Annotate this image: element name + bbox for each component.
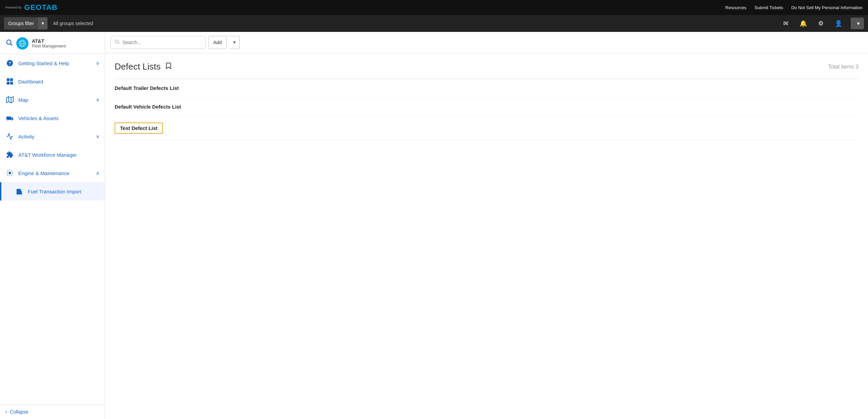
sidebar-search-icon[interactable] xyxy=(5,39,13,48)
sidebar-item-label-map: Map xyxy=(18,97,92,103)
add-dropdown-chevron-icon: ▼ xyxy=(232,40,236,45)
defect-list-item-name-highlighted: Test Defect List xyxy=(115,122,163,134)
activity-icon xyxy=(5,132,14,141)
defect-list-item[interactable]: Default Trailer Defects List xyxy=(115,79,859,98)
sidebar-item-label-vehicles: Vehicles & Assets xyxy=(18,115,99,121)
groups-bar-icons: ✉ 🔔 ⚙ 👤 ▼ xyxy=(780,18,864,29)
groups-filter-dropdown-button[interactable]: ▼ xyxy=(38,17,47,30)
svg-rect-11 xyxy=(10,78,13,81)
groups-filter-label: Groups filter xyxy=(8,21,34,26)
user-icon: 👤 xyxy=(835,20,842,27)
chevron-up-icon-engine: ∧ xyxy=(96,170,99,176)
svg-point-0 xyxy=(7,40,11,44)
dashboard-icon xyxy=(5,77,14,86)
sidebar-brand-subtitle: Fleet Management xyxy=(32,44,66,49)
notifications-bell-button[interactable]: 🔔 xyxy=(798,18,809,29)
svg-line-1 xyxy=(11,44,12,45)
defect-list-container: Default Trailer Defects ListDefault Vehi… xyxy=(115,79,859,140)
sidebar-item-dashboard[interactable]: Dashboard xyxy=(0,72,105,91)
sidebar: AT&T Fleet Management ? Getting Started … xyxy=(0,32,105,419)
sidebar-item-label-workforce: AT&T Workforce Manager xyxy=(18,152,99,158)
sidebar-item-label-engine: Engine & Maintenance xyxy=(18,170,92,176)
fuel-icon xyxy=(15,187,24,196)
geotab-logo: GEOTAB xyxy=(24,3,58,12)
resources-link[interactable]: Resources xyxy=(725,5,746,10)
bell-icon: 🔔 xyxy=(800,20,807,27)
bookmark-icon[interactable] xyxy=(165,62,172,72)
defect-list-item[interactable]: Default Vehicle Defects List xyxy=(115,98,859,116)
sidebar-nav: ? Getting Started & Help ∨ Dashboard xyxy=(0,54,105,404)
collapse-arrow-icon: ‹ xyxy=(5,409,7,415)
groups-selected-text: All groups selected xyxy=(53,21,93,26)
groups-filter-button[interactable]: Groups filter xyxy=(4,17,38,30)
sidebar-item-activity[interactable]: Activity ∨ xyxy=(0,127,105,146)
user-profile-button[interactable]: 👤 xyxy=(833,18,844,29)
defect-list-item-name: Default Trailer Defects List xyxy=(115,85,179,91)
map-icon xyxy=(5,95,14,104)
content-main: Defect Lists Total items 3 Default Trail… xyxy=(105,53,868,419)
search-icon xyxy=(114,39,120,46)
sidebar-item-fuel-transaction[interactable]: Fuel Transaction Import xyxy=(0,182,105,201)
sidebar-item-label-dashboard: Dashboard xyxy=(18,79,99,84)
mail-icon: ✉ xyxy=(783,20,788,27)
groups-bar: Groups filter ▼ All groups selected ✉ 🔔 … xyxy=(0,15,868,32)
sidebar-item-getting-started[interactable]: ? Getting Started & Help ∨ xyxy=(0,54,105,72)
powered-by-text: Powered by xyxy=(5,6,22,9)
svg-marker-14 xyxy=(6,97,13,103)
sidebar-item-map[interactable]: Map ∨ xyxy=(0,91,105,109)
att-logo xyxy=(16,37,28,50)
top-nav-bar: Powered by GEOTAB Resources Submit Ticke… xyxy=(0,0,868,15)
collapse-label: Collapse xyxy=(10,409,28,415)
sidebar-brand: AT&T Fleet Management xyxy=(32,38,66,49)
top-nav-right: Resources Submit Tickets Do Not Sell My … xyxy=(725,5,863,10)
sidebar-brand-name: AT&T xyxy=(32,38,66,44)
search-input[interactable] xyxy=(122,40,202,45)
svg-point-18 xyxy=(7,119,8,121)
add-dropdown-button[interactable]: ▼ xyxy=(230,36,240,49)
main-layout: AT&T Fleet Management ? Getting Started … xyxy=(0,32,868,419)
svg-point-19 xyxy=(12,119,13,121)
page-title-area: Defect Lists xyxy=(115,61,172,72)
do-not-sell-link[interactable]: Do Not Sell My Personal Information xyxy=(791,5,863,10)
svg-line-22 xyxy=(118,43,119,44)
svg-point-20 xyxy=(8,172,11,174)
settings-gear-button[interactable]: ⚙ xyxy=(815,18,826,29)
submit-tickets-link[interactable]: Submit Tickets xyxy=(754,5,783,10)
truck-icon xyxy=(5,114,14,122)
total-items-label: Total items 3 xyxy=(828,64,859,70)
sidebar-collapse-button[interactable]: ‹ Collapse xyxy=(0,404,105,419)
defect-list-item-name: Default Vehicle Defects List xyxy=(115,104,181,110)
svg-rect-12 xyxy=(7,82,9,84)
sidebar-item-label-getting-started: Getting Started & Help xyxy=(18,60,92,66)
sidebar-item-vehicles-assets[interactable]: Vehicles & Assets xyxy=(0,109,105,127)
chevron-down-icon-getting-started: ∨ xyxy=(96,60,99,66)
question-icon: ? xyxy=(5,59,14,68)
sidebar-header: AT&T Fleet Management xyxy=(0,32,105,54)
sidebar-item-att-workforce[interactable]: AT&T Workforce Manager xyxy=(0,146,105,164)
engine-icon xyxy=(5,169,14,177)
svg-rect-13 xyxy=(10,82,13,84)
page-title: Defect Lists xyxy=(115,61,161,72)
search-wrapper xyxy=(111,36,205,49)
svg-text:?: ? xyxy=(8,61,11,66)
sidebar-item-label-fuel: Fuel Transaction Import xyxy=(28,189,99,194)
chevron-down-icon-map: ∨ xyxy=(96,97,99,102)
add-button[interactable]: Add xyxy=(208,36,227,49)
chevron-down-icon-activity: ∨ xyxy=(96,134,99,139)
svg-point-21 xyxy=(115,40,118,43)
page-header: Defect Lists Total items 3 xyxy=(115,61,859,72)
top-nav-left: Powered by GEOTAB xyxy=(5,3,58,12)
defect-list-item[interactable]: Test Defect List xyxy=(115,116,859,140)
user-dropdown-chevron-icon: ▼ xyxy=(856,21,861,26)
user-account-button[interactable]: ▼ xyxy=(851,18,864,29)
gear-icon: ⚙ xyxy=(818,20,824,27)
sidebar-item-label-activity: Activity xyxy=(18,134,92,139)
mail-icon-button[interactable]: ✉ xyxy=(780,18,791,29)
puzzle-icon xyxy=(5,150,14,159)
content-toolbar: Add ▼ xyxy=(105,32,868,53)
add-button-label: Add xyxy=(213,40,222,45)
content-area: Add ▼ Defect Lists Total items 3 xyxy=(105,32,868,419)
svg-rect-10 xyxy=(7,78,9,81)
sidebar-item-engine-maintenance[interactable]: Engine & Maintenance ∧ xyxy=(0,164,105,182)
